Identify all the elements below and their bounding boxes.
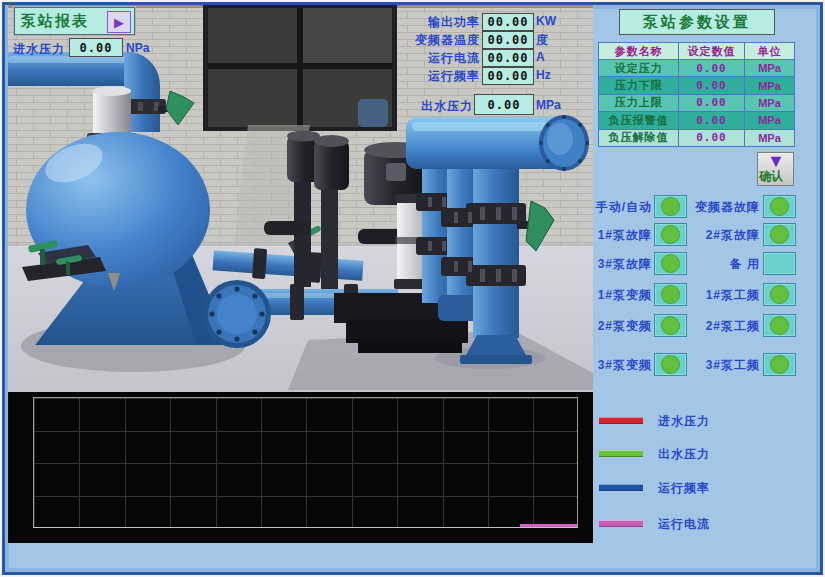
indicator-label-pump1-mains: 1#泵工频 bbox=[706, 287, 760, 304]
status-lamp-pump2-fault bbox=[763, 223, 796, 246]
indicator-label-pump2-mains: 2#泵工频 bbox=[706, 318, 760, 335]
discharge-header-pipe bbox=[406, 115, 589, 171]
running-current-trace bbox=[520, 524, 577, 527]
output-power-value: 00.00 bbox=[482, 13, 534, 31]
lamp-on-dot bbox=[661, 316, 680, 335]
indicator-label-pump2-fault: 2#泵故障 bbox=[706, 227, 760, 244]
legend-label-running-frequency: 运行频率 bbox=[658, 480, 710, 497]
inlet-pressure-value: 0.00 bbox=[69, 38, 123, 57]
col-header-name: 参数名称 bbox=[599, 43, 678, 59]
running-current-value: 00.00 bbox=[482, 49, 534, 67]
param-setpoint-field[interactable]: 0.00 bbox=[678, 112, 744, 128]
param-setpoint-field[interactable]: 0.00 bbox=[678, 77, 744, 93]
outlet-pressure-label: 出水压力 bbox=[421, 98, 473, 115]
lamp-on-dot bbox=[661, 355, 680, 374]
lamp-on-dot bbox=[770, 225, 789, 244]
legend-swatch-running-frequency bbox=[599, 484, 643, 491]
param-unit: MPa bbox=[744, 112, 794, 128]
param-setpoint-field[interactable]: 0.00 bbox=[678, 95, 744, 111]
status-lamp-pump1-fault bbox=[654, 223, 687, 246]
confirm-button-label: 确认 bbox=[759, 168, 783, 185]
indicator-label-pump3-vfd: 3#泵变频 bbox=[598, 357, 652, 374]
running-frequency-label: 运行频率 bbox=[428, 68, 480, 85]
indicator-label-pump3-fault: 3#泵故障 bbox=[598, 256, 652, 273]
status-lamp-pump1-mains bbox=[763, 283, 796, 306]
status-lamp-pump3-fault bbox=[654, 252, 687, 275]
legend-label-outlet-pressure: 出水压力 bbox=[658, 446, 710, 463]
play-triangle-icon[interactable]: ▶ bbox=[107, 11, 131, 33]
report-button[interactable]: 泵站报表 ▶ bbox=[14, 7, 135, 35]
settings-panel-title: 泵站参数设置 bbox=[619, 9, 775, 35]
param-name: 负压解除值 bbox=[599, 130, 678, 146]
window bbox=[203, 5, 397, 131]
parameter-table-header: 参数名称 设定数值 单位 bbox=[599, 43, 794, 59]
col-header-unit: 单位 bbox=[744, 43, 794, 59]
param-name: 压力下限 bbox=[599, 77, 678, 93]
status-lamp-pump3-vfd bbox=[654, 353, 687, 376]
status-lamp-vfd-fault bbox=[763, 195, 796, 218]
indicator-label-manual-auto: 手动/自动 bbox=[596, 199, 652, 216]
param-unit: MPa bbox=[744, 130, 794, 146]
lamp-on-dot bbox=[661, 285, 680, 304]
hmi-screen: 泵站报表 ▶ 进水压力 0.00 NPa 输出功率 00.00 KW 变频器温度… bbox=[0, 0, 825, 577]
status-lamp-pump3-mains bbox=[763, 353, 796, 376]
status-lamp-pump2-vfd bbox=[654, 314, 687, 337]
status-lamp-manual-auto bbox=[654, 195, 687, 218]
table-row: 压力下限 0.00 MPa bbox=[599, 76, 794, 93]
table-row: 设定压力 0.00 MPa bbox=[599, 59, 794, 76]
inlet-pressure-label: 进水压力 bbox=[13, 41, 65, 58]
param-name: 负压报警值 bbox=[599, 112, 678, 128]
lamp-on-dot bbox=[770, 355, 789, 374]
indicator-label-pump1-fault: 1#泵故障 bbox=[598, 227, 652, 244]
indicator-label-pump3-mains: 3#泵工频 bbox=[706, 357, 760, 374]
inverter-temp-value: 00.00 bbox=[482, 31, 534, 49]
param-unit: MPa bbox=[744, 60, 794, 76]
inverter-temp-label: 变频器温度 bbox=[415, 32, 480, 49]
lamp-on-dot bbox=[770, 285, 789, 304]
outlet-pressure-unit: MPa bbox=[536, 98, 561, 112]
status-lamp-pump2-mains bbox=[763, 314, 796, 337]
inverter-temp-unit: 度 bbox=[536, 32, 548, 49]
param-name: 压力上限 bbox=[599, 95, 678, 111]
status-lamp-pump1-vfd bbox=[654, 283, 687, 306]
inlet-pressure-unit: NPa bbox=[126, 41, 149, 55]
param-setpoint-field[interactable]: 0.00 bbox=[678, 60, 744, 76]
running-frequency-unit: Hz bbox=[536, 68, 551, 82]
trend-plot-area bbox=[33, 397, 578, 528]
running-current-unit: A bbox=[536, 50, 545, 64]
legend-label-running-current: 运行电流 bbox=[658, 516, 710, 533]
confirm-button[interactable]: ▼ 确认 bbox=[757, 152, 794, 186]
table-row: 负压报警值 0.00 MPa bbox=[599, 111, 794, 128]
lamp-on-dot bbox=[770, 316, 789, 335]
report-button-label: 泵站报表 bbox=[21, 12, 89, 31]
parameter-table: 参数名称 设定数值 单位 设定压力 0.00 MPa 压力下限 0.00 MPa… bbox=[598, 42, 795, 147]
output-power-label: 输出功率 bbox=[428, 14, 480, 31]
output-power-unit: KW bbox=[536, 14, 556, 28]
table-row: 压力上限 0.00 MPa bbox=[599, 94, 794, 111]
col-header-value: 设定数值 bbox=[678, 43, 744, 59]
indicator-label-vfd-fault: 变频器故障 bbox=[695, 199, 760, 216]
legend-swatch-running-current bbox=[599, 520, 643, 527]
status-lamp-spare bbox=[763, 252, 796, 275]
trend-chart bbox=[8, 392, 593, 543]
indicator-label-pump2-vfd: 2#泵变频 bbox=[598, 318, 652, 335]
param-name: 设定压力 bbox=[599, 60, 678, 76]
param-unit: MPa bbox=[744, 95, 794, 111]
legend-swatch-inlet-pressure bbox=[599, 417, 643, 424]
legend-label-inlet-pressure: 进水压力 bbox=[658, 413, 710, 430]
table-row: 负压解除值 0.00 MPa bbox=[599, 129, 794, 146]
lamp-on-dot bbox=[770, 197, 789, 216]
running-current-label: 运行电流 bbox=[428, 50, 480, 67]
lamp-on-dot bbox=[661, 197, 680, 216]
lamp-on-dot bbox=[661, 254, 680, 273]
param-unit: MPa bbox=[744, 77, 794, 93]
indicator-label-spare: 备 用 bbox=[730, 256, 760, 273]
outlet-pressure-value: 0.00 bbox=[474, 94, 534, 115]
running-frequency-value: 00.00 bbox=[482, 67, 534, 85]
param-setpoint-field[interactable]: 0.00 bbox=[678, 130, 744, 146]
legend-swatch-outlet-pressure bbox=[599, 450, 643, 457]
lamp-on-dot bbox=[661, 225, 680, 244]
indicator-label-pump1-vfd: 1#泵变频 bbox=[598, 287, 652, 304]
